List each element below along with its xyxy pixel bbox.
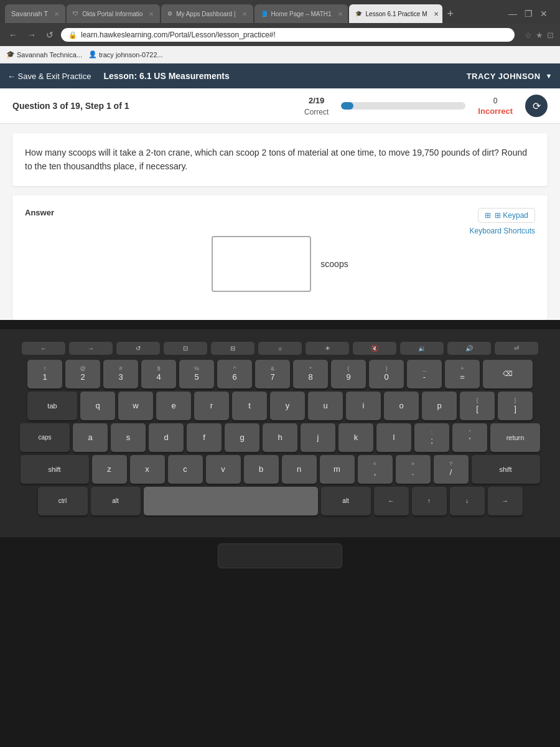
key-m[interactable]: m bbox=[320, 455, 355, 484]
key-comma[interactable]: <, bbox=[358, 455, 393, 484]
bookmark-savannah[interactable]: 🎓 Savannah Technica... bbox=[6, 50, 82, 59]
tab-okta[interactable]: 🛡 Okta Portal Informatio ✕ bbox=[67, 4, 160, 23]
key-brightness-up[interactable]: ☀ bbox=[306, 342, 349, 355]
key-left[interactable]: ← bbox=[374, 487, 409, 515]
key-e[interactable]: e bbox=[156, 392, 191, 420]
key-0[interactable]: )0 bbox=[369, 360, 404, 388]
key-backspace[interactable]: ⌫ bbox=[483, 360, 533, 388]
key-t[interactable]: t bbox=[232, 392, 267, 420]
key-1[interactable]: !1 bbox=[27, 360, 62, 388]
key-u[interactable]: u bbox=[308, 392, 343, 420]
key-ctrl[interactable]: ctrl bbox=[38, 487, 88, 515]
key-right[interactable]: → bbox=[488, 487, 523, 515]
key-l[interactable]: l bbox=[376, 423, 411, 452]
key-z[interactable]: z bbox=[92, 455, 127, 484]
tab-close[interactable]: ✕ bbox=[434, 11, 439, 17]
key-w[interactable]: w bbox=[118, 392, 153, 420]
tab-lesson-active[interactable]: 🎓 Lesson 6.1 Practice M ✕ bbox=[349, 4, 442, 23]
tab-home[interactable]: 📘 Home Page – MATH1 ✕ bbox=[254, 4, 348, 23]
key-period[interactable]: >. bbox=[396, 455, 431, 484]
key-bracket-open[interactable]: {[ bbox=[460, 392, 495, 420]
key-back[interactable]: ← bbox=[22, 342, 65, 355]
key-k[interactable]: k bbox=[338, 423, 373, 452]
key-4[interactable]: $4 bbox=[141, 360, 176, 388]
key-bracket-close[interactable]: }] bbox=[498, 392, 533, 420]
key-r[interactable]: r bbox=[194, 392, 229, 420]
key-mute[interactable]: 🔇 bbox=[353, 342, 396, 355]
key-o[interactable]: o bbox=[384, 392, 419, 420]
keyboard-shortcuts-link[interactable]: Keyboard Shortcuts bbox=[470, 227, 535, 235]
key-slash[interactable]: ?/ bbox=[434, 455, 469, 484]
tab-savannah[interactable]: Savannah T ✕ bbox=[5, 4, 65, 23]
tab-myapps[interactable]: ⚙ My Apps Dashboard | ✕ bbox=[161, 4, 253, 23]
key-f[interactable]: f bbox=[187, 423, 222, 452]
key-x[interactable]: x bbox=[130, 455, 165, 484]
tab-close[interactable]: ✕ bbox=[149, 11, 154, 17]
key-equals[interactable]: += bbox=[445, 360, 480, 388]
key-fullscreen[interactable]: ⊡ bbox=[164, 342, 207, 355]
key-alt-right[interactable]: alt bbox=[321, 487, 371, 515]
key-d[interactable]: d bbox=[149, 423, 184, 452]
key-3[interactable]: #3 bbox=[103, 360, 138, 388]
key-s[interactable]: s bbox=[111, 423, 146, 452]
key-overview[interactable]: ⊟ bbox=[211, 342, 254, 355]
key-6[interactable]: ^6 bbox=[217, 360, 252, 388]
user-dropdown-arrow[interactable]: ▼ bbox=[546, 72, 553, 80]
bookmark-tracy[interactable]: 👤 tracy johnson-0722... bbox=[88, 50, 163, 59]
key-brightness-down[interactable]: ☼ bbox=[258, 342, 302, 355]
answer-input[interactable] bbox=[212, 236, 311, 292]
key-h[interactable]: h bbox=[263, 423, 297, 452]
key-minus[interactable]: _- bbox=[407, 360, 442, 388]
key-alt[interactable]: alt bbox=[91, 487, 141, 515]
address-bar[interactable]: 🔒 learn.hawkeslearning.com/Portal/Lesson… bbox=[61, 28, 515, 42]
back-button[interactable]: ← bbox=[6, 29, 20, 41]
key-quote[interactable]: "' bbox=[452, 423, 487, 452]
maximize-button[interactable]: ❐ bbox=[522, 9, 535, 19]
key-forward[interactable]: → bbox=[69, 342, 113, 355]
extension-icon[interactable]: ★ bbox=[536, 31, 543, 40]
key-shift-right[interactable]: shift bbox=[472, 455, 540, 484]
key-n[interactable]: n bbox=[282, 455, 317, 484]
key-space[interactable] bbox=[144, 487, 318, 515]
key-up[interactable]: ↑ bbox=[412, 487, 447, 515]
key-caps[interactable]: caps bbox=[20, 423, 70, 452]
key-q[interactable]: q bbox=[80, 392, 115, 420]
new-tab-button[interactable]: + bbox=[444, 7, 458, 21]
key-c[interactable]: c bbox=[168, 455, 203, 484]
key-i[interactable]: i bbox=[346, 392, 381, 420]
key-p[interactable]: p bbox=[422, 392, 457, 420]
key-5[interactable]: %5 bbox=[179, 360, 214, 388]
hint-button[interactable]: ⟳ bbox=[525, 95, 548, 117]
refresh-button[interactable]: ↺ bbox=[44, 29, 56, 41]
key-9[interactable]: (9 bbox=[331, 360, 366, 388]
key-v[interactable]: v bbox=[206, 455, 241, 484]
tab-close[interactable]: ✕ bbox=[54, 11, 59, 17]
key-y[interactable]: y bbox=[270, 392, 305, 420]
key-power[interactable]: ⏎ bbox=[495, 342, 538, 355]
minimize-button[interactable]: — bbox=[506, 9, 520, 19]
key-vol-down[interactable]: 🔉 bbox=[400, 342, 444, 355]
key-b[interactable]: b bbox=[244, 455, 279, 484]
key-a[interactable]: a bbox=[73, 423, 108, 452]
tab-close[interactable]: ✕ bbox=[338, 11, 343, 17]
key-semicolon[interactable]: :; bbox=[414, 423, 449, 452]
star-icon[interactable]: ☆ bbox=[525, 31, 532, 40]
key-g[interactable]: g bbox=[225, 423, 259, 452]
key-vol-up[interactable]: 🔊 bbox=[447, 342, 491, 355]
key-enter[interactable]: return bbox=[490, 423, 540, 452]
forward-button[interactable]: → bbox=[25, 29, 39, 41]
save-exit-button[interactable]: ← Save & Exit Practice bbox=[7, 72, 91, 81]
key-down[interactable]: ↓ bbox=[450, 487, 485, 515]
key-7[interactable]: &7 bbox=[255, 360, 290, 388]
key-tab[interactable]: tab bbox=[27, 392, 77, 420]
key-8[interactable]: *8 bbox=[293, 360, 328, 388]
key-j[interactable]: j bbox=[301, 423, 335, 452]
tab-close[interactable]: ✕ bbox=[242, 11, 247, 17]
key-2[interactable]: @2 bbox=[65, 360, 100, 388]
close-button[interactable]: ✕ bbox=[538, 9, 550, 19]
trackpad[interactable] bbox=[218, 543, 342, 568]
key-refresh[interactable]: ↺ bbox=[116, 342, 160, 355]
menu-icon[interactable]: ⊡ bbox=[547, 31, 554, 40]
key-shift-left[interactable]: shift bbox=[21, 455, 89, 484]
keypad-button[interactable]: ⊞ ⊞ Keypad bbox=[478, 208, 535, 223]
